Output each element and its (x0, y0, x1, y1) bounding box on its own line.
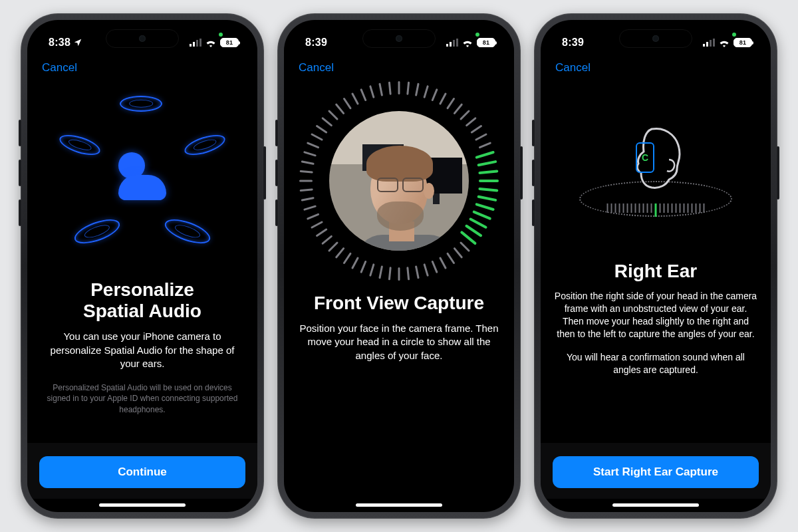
page-fineprint: Personalized Spatial Audio will be used … (41, 382, 244, 415)
cellular-signal-icon (446, 39, 458, 47)
speaker-icon (120, 96, 162, 112)
page-title: Right Ear (614, 261, 697, 282)
battery-indicator: 81 (733, 38, 752, 47)
clock: 8:39 (562, 37, 584, 49)
home-indicator[interactable] (99, 503, 186, 507)
phone-frame: 8:38 81 Cancel (21, 13, 264, 519)
head-profile-icon: C (625, 125, 686, 192)
svg-rect-1 (193, 42, 195, 47)
wifi-icon (205, 39, 217, 47)
page-title-line: Personalize (90, 279, 194, 300)
checkmark-c-icon: C (642, 152, 648, 163)
spatial-audio-illustration (56, 93, 229, 259)
screen-front-view-capture: 8:39 81 Cancel (284, 20, 514, 512)
phone-glyph-icon: C (636, 142, 654, 173)
location-arrow-icon (73, 38, 82, 47)
page-title-line: Spatial Audio (83, 301, 201, 321)
svg-rect-9 (706, 42, 708, 47)
battery-indicator: 81 (477, 38, 495, 47)
clock: 8:39 (305, 37, 327, 49)
dynamic-island (362, 29, 436, 48)
battery-percent: 81 (226, 39, 233, 46)
svg-rect-5 (450, 42, 452, 47)
screen-right-ear: 8:39 81 Cancel (541, 20, 771, 512)
continue-button[interactable]: Continue (39, 456, 245, 488)
page-description: Position your face in the camera frame. … (297, 322, 501, 362)
svg-rect-0 (190, 44, 192, 47)
cancel-button[interactable]: Cancel (42, 61, 77, 74)
svg-rect-10 (710, 40, 712, 47)
cellular-signal-icon (703, 39, 715, 47)
wifi-icon (462, 39, 473, 47)
page-title: Personalize Spatial Audio (41, 279, 244, 322)
battery-indicator: 81 (220, 38, 239, 47)
svg-rect-4 (446, 44, 448, 47)
orbit-ticks (607, 203, 705, 217)
dynamic-island (619, 29, 692, 48)
phone-frame: 8:39 81 Cancel (534, 13, 777, 519)
home-indicator[interactable] (612, 503, 699, 507)
camera-preview (329, 111, 469, 251)
person-face-illustration (365, 144, 438, 244)
page-confirmation-note: You will hear a confirmation sound when … (554, 351, 757, 376)
camera-active-indicator-icon (475, 33, 479, 37)
person-silhouette-icon (118, 152, 166, 200)
wifi-icon (718, 39, 730, 47)
page-description: You can use your iPhone camera to person… (41, 330, 244, 370)
speaker-icon (182, 131, 227, 160)
svg-rect-3 (200, 39, 201, 47)
svg-rect-6 (453, 40, 455, 47)
clock: 8:38 (49, 37, 70, 49)
camera-active-indicator-icon (219, 33, 223, 37)
svg-rect-7 (456, 39, 458, 47)
dynamic-island (106, 29, 179, 48)
page-description: Position the right side of your head in … (554, 290, 757, 340)
page-title: Front View Capture (314, 293, 484, 314)
cancel-button[interactable]: Cancel (299, 61, 334, 74)
cellular-signal-icon (190, 39, 201, 47)
cancel-button[interactable]: Cancel (555, 61, 591, 74)
camera-active-indicator-icon (732, 33, 736, 37)
start-right-ear-capture-button[interactable]: Start Right Ear Capture (553, 456, 759, 488)
phone-frame: 8:39 81 Cancel (277, 13, 521, 519)
svg-rect-8 (703, 44, 705, 47)
home-indicator[interactable] (356, 503, 442, 507)
face-capture-viewfinder (299, 81, 499, 281)
svg-rect-2 (196, 40, 198, 47)
screen-personalize-spatial-audio: 8:38 81 Cancel (27, 20, 257, 512)
speaker-icon (57, 131, 102, 160)
battery-percent: 81 (739, 39, 747, 46)
battery-percent: 81 (483, 39, 490, 46)
speaker-icon (162, 215, 213, 249)
speaker-icon (71, 215, 122, 249)
ear-capture-illustration: C (563, 106, 749, 246)
svg-rect-11 (713, 39, 715, 47)
